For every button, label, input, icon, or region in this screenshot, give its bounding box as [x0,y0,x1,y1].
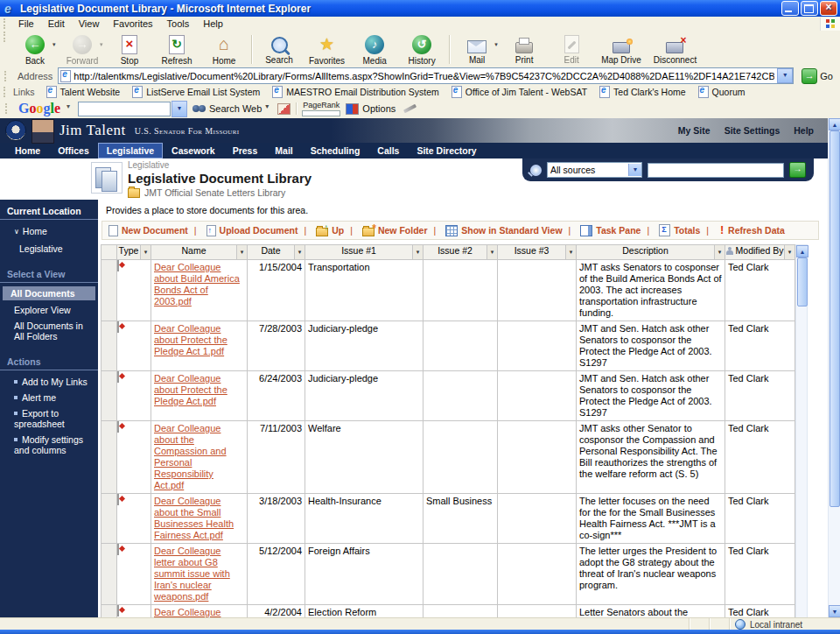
menu-item[interactable]: View [72,18,107,30]
toolbar-button[interactable]: Mail [453,32,500,67]
column-filter-arrow-icon[interactable] [140,245,150,259]
sidebar-action-item[interactable]: Modify settings and columns [0,432,98,458]
row-selector[interactable] [102,605,117,618]
toolbar-button[interactable]: Back [11,32,59,67]
date-cell[interactable]: 1/15/2004 [248,260,305,321]
toolbar-grip[interactable] [4,18,8,29]
dropdown-caret-icon[interactable] [100,41,106,48]
document-link[interactable]: Dear Colleague about Protect the Pledge … [154,373,228,406]
toolbar-button[interactable]: History [398,32,445,67]
list-toolbar-button[interactable]: Task Pane [563,224,641,236]
issue2-cell[interactable] [424,260,498,321]
column-filter-arrow-icon[interactable] [486,245,497,259]
address-field[interactable]: http://talentkms/Legislative/Document%20… [58,67,794,84]
description-cell[interactable]: JMT and Sen. Hatch ask other Senators to… [577,321,725,371]
news-icon[interactable] [277,103,290,115]
date-cell[interactable]: 4/2/2004 [248,605,305,618]
issue1-cell[interactable]: Judiciary-pledge [305,321,424,371]
maximize-button[interactable] [801,1,818,16]
column-header[interactable]: Type [117,245,151,260]
scope-dropdown-icon[interactable] [628,164,641,176]
menu-item[interactable]: File [11,18,41,30]
name-cell[interactable]: Dear Colleague about Protect the Pledge … [151,371,248,421]
issue1-cell[interactable]: Welfare [305,421,424,494]
column-header[interactable]: Description [577,245,725,260]
google-search-dropdown[interactable] [172,101,187,117]
close-button[interactable] [820,1,837,16]
favorite-link[interactable]: Quorum [692,86,752,98]
search-web-button[interactable]: Search Web [192,103,272,114]
toolbar-button[interactable]: Forward [59,32,106,67]
issue2-cell[interactable] [424,421,498,494]
nav-tab[interactable]: Calls [369,144,407,158]
sidebar-action-item[interactable]: Export to spreadsheet [0,405,98,432]
list-toolbar-button[interactable]: Show in Standard View [427,224,562,236]
favorite-link[interactable]: Office of Jim Talent - WebSAT [445,86,593,98]
dropdown-caret-icon[interactable] [52,41,59,48]
scroll-thumb[interactable] [797,257,808,306]
issue1-cell[interactable]: Health-Insurance [305,494,424,544]
toolbar-grip[interactable] [4,87,8,97]
pdf-icon[interactable] [117,544,119,556]
issue2-cell[interactable] [424,605,498,618]
google-search-input[interactable] [78,102,171,116]
favorite-link[interactable]: ListServe Email List System [126,86,266,98]
toolbar-button[interactable]: Refresh [153,32,200,67]
column-header[interactable]: Name [151,245,248,260]
column-header[interactable]: Issue #3 [498,245,577,260]
date-cell[interactable]: 6/24/2003 [248,371,305,421]
type-cell[interactable] [117,371,151,421]
row-selector[interactable] [102,544,117,605]
toolbar-button[interactable]: Stop [106,32,153,67]
scroll-up-button[interactable] [829,118,840,130]
minimize-button[interactable] [781,1,799,16]
issue1-cell[interactable]: Transportation [305,260,424,321]
dropdown-caret-icon[interactable] [494,41,500,48]
column-header[interactable]: Modified By [725,245,795,260]
date-cell[interactable]: 3/18/2003 [248,494,305,544]
scroll-up-button[interactable] [796,245,808,257]
column-header[interactable]: Issue #1 [305,245,424,260]
document-link[interactable]: Dear Colleague about Build America Bonds… [154,262,240,306]
date-cell[interactable]: 7/11/2003 [248,421,305,494]
menu-item[interactable]: Tools [160,18,197,30]
pdf-icon[interactable] [117,260,119,272]
favorite-link[interactable]: Ted Clark's Home [593,86,692,98]
document-link[interactable]: Dear Colleague about the Small Businesse… [154,496,234,540]
search-go-button[interactable] [789,162,806,178]
datasheet-vertical-scrollbar[interactable] [795,244,808,617]
name-cell[interactable]: Dear Colleague about Protect the Pledge … [151,321,248,371]
type-cell[interactable] [117,544,151,605]
document-link[interactable]: Dear Colleague about the Compassion and … [154,423,227,490]
row-selector[interactable] [102,371,117,421]
breadcrumb[interactable]: Legislative [128,160,312,170]
sidebar-location-item[interactable]: Home [0,223,98,241]
modified-by-cell[interactable]: Ted Clark [725,605,795,618]
address-dropdown-button[interactable] [777,68,793,83]
banner-link[interactable]: My Site [678,125,710,136]
description-cell[interactable]: JMT and Sen. Hatch ask other Senators to… [577,371,725,421]
modified-by-cell[interactable]: Ted Clark [725,544,795,605]
highlighter-icon[interactable] [403,104,416,114]
sidebar-location-item[interactable]: Legislative [0,241,98,257]
issue3-cell[interactable] [498,260,577,321]
toolbar-button[interactable]: Media [351,32,398,67]
row-selector[interactable] [102,421,117,494]
issue3-cell[interactable] [498,605,577,618]
modified-by-cell[interactable]: Ted Clark [725,421,795,494]
search-web-caret-icon[interactable] [265,104,272,113]
toolbar-button[interactable]: Edit [548,32,595,67]
address-url[interactable]: http://talentkms/Legislative/Document%20… [74,71,774,81]
pdf-icon[interactable] [117,494,119,506]
column-filter-arrow-icon[interactable] [565,245,576,259]
nav-tab[interactable]: Scheduling [303,144,368,158]
type-cell[interactable] [117,321,151,371]
column-header[interactable]: Date [248,245,305,260]
banner-link[interactable]: Help [794,125,814,136]
banner-link[interactable]: Site Settings [724,125,780,136]
list-toolbar-button[interactable]: Refresh Data [700,225,785,236]
name-cell[interactable]: Dear Colleague Letter about the FEC.pdf [151,605,248,618]
issue3-cell[interactable] [498,421,577,494]
scroll-track[interactable] [796,306,807,617]
list-toolbar-button[interactable]: Up [298,224,344,236]
